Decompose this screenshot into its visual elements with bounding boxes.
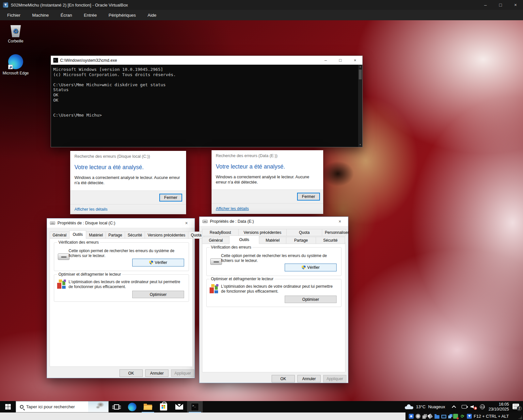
menu-item-fichier[interactable]: Fichier bbox=[3, 11, 25, 20]
scroll-up-icon[interactable]: ▲ bbox=[358, 65, 362, 69]
resize-grip[interactable] bbox=[518, 415, 522, 419]
optimiser-button[interactable]: Optimiser bbox=[285, 296, 337, 303]
tab-versions-precedentes[interactable]: Versions précédentes bbox=[238, 229, 287, 236]
afficher-details-link[interactable]: Afficher les détails bbox=[74, 207, 107, 212]
ok-button[interactable]: OK bbox=[119, 369, 143, 377]
tab-partage[interactable]: Partage bbox=[105, 232, 125, 239]
menu-item-ecran[interactable]: Écran bbox=[56, 11, 77, 20]
meet-now-icon[interactable] bbox=[462, 405, 467, 409]
tab-general[interactable]: Général bbox=[50, 232, 70, 239]
search-input[interactable] bbox=[26, 404, 88, 409]
vbox-statusbar: ⟳ F12 + CTRL + ALT bbox=[0, 412, 523, 420]
vbox-titlebar[interactable]: S02MmeMichu (Instantané 2) [En fonction]… bbox=[0, 0, 523, 10]
drive-icon bbox=[202, 220, 208, 223]
cmd-maximize-button[interactable]: □ bbox=[333, 56, 348, 65]
uac-shield-icon bbox=[149, 261, 153, 265]
start-button[interactable] bbox=[0, 401, 16, 412]
ok-button[interactable]: OK bbox=[272, 375, 295, 382]
volume-muted-icon[interactable] bbox=[470, 405, 476, 409]
scan-result-text: Windows a correctement analysé le lecteu… bbox=[216, 174, 320, 185]
status-display-icon[interactable] bbox=[441, 415, 446, 418]
dialog-close-button[interactable]: × bbox=[335, 217, 345, 226]
outils-tab-page: Vérification des erreurs Cette option pe… bbox=[50, 237, 193, 367]
taskbar-mail-button[interactable] bbox=[171, 401, 187, 412]
cmd-icon: >_ bbox=[53, 58, 58, 63]
vbox-close-button[interactable]: × bbox=[508, 0, 523, 10]
taskbar-store-button[interactable] bbox=[156, 401, 171, 412]
menu-item-machine[interactable]: Machine bbox=[28, 11, 54, 20]
desktop-icon-corbeille[interactable]: ♻ Corbeille bbox=[1, 24, 31, 43]
scan-result-text: Windows a correctement analysé le lecteu… bbox=[74, 175, 182, 186]
status-optical-icon[interactable] bbox=[416, 414, 420, 419]
search-box[interactable] bbox=[16, 401, 109, 412]
taskbar-cmd-button[interactable]: >_ bbox=[187, 401, 203, 412]
taskbar-edge-button[interactable] bbox=[124, 401, 140, 412]
tab-securite[interactable]: Sécurité bbox=[316, 237, 345, 244]
dialog-titlebar[interactable]: Propriétés de : Disque local (C:) × bbox=[47, 218, 195, 228]
group-text: Cette option permet de rechercher les er… bbox=[69, 249, 183, 258]
optimiser-button[interactable]: Optimiser bbox=[132, 291, 184, 298]
menu-item-aide[interactable]: Aide bbox=[143, 11, 161, 20]
cmd-titlebar[interactable]: >_ C:\Windows\system32\cmd.exe – □ × bbox=[51, 56, 362, 65]
tab-materiel[interactable]: Matériel bbox=[86, 232, 106, 239]
properties-dialog-e: Propriétés de : Data (E:) × ReadyBoostVe… bbox=[199, 217, 348, 383]
cmd-taskbar-icon: >_ bbox=[191, 403, 199, 411]
scroll-thumb[interactable] bbox=[359, 70, 362, 79]
cmd-minimize-button[interactable]: – bbox=[318, 56, 333, 65]
cancel-button[interactable]: Annuler bbox=[297, 375, 321, 382]
tab-personnaliser[interactable]: Personnaliser bbox=[322, 229, 346, 236]
cancel-button[interactable]: Annuler bbox=[145, 369, 168, 377]
vbox-minimize-button[interactable]: – bbox=[478, 0, 493, 10]
status-hdd-icon[interactable] bbox=[409, 414, 414, 419]
vbox-maximize-button[interactable]: □ bbox=[493, 0, 508, 10]
status-mouse-icon[interactable] bbox=[467, 414, 472, 419]
vbox-menubar: Fichier Machine Écran Entrée Périphériqu… bbox=[0, 10, 523, 20]
group-text: L'optimisation des lecteurs de votre ord… bbox=[69, 280, 183, 289]
verifier-button[interactable]: Vérifier bbox=[132, 259, 184, 267]
fermer-button[interactable]: Fermer bbox=[159, 194, 182, 202]
hidden-icons-chevron[interactable] bbox=[452, 405, 456, 410]
dialog-title: Propriétés de : Disque local (C:) bbox=[57, 221, 115, 225]
folder-icon bbox=[144, 404, 152, 410]
menu-item-entree[interactable]: Entrée bbox=[79, 11, 102, 20]
tab-general[interactable]: Général bbox=[202, 237, 230, 244]
clock-widget[interactable]: 16:05 23/10/2025 bbox=[488, 402, 509, 412]
status-recording-icon[interactable] bbox=[448, 415, 451, 418]
tab-outils[interactable]: Outils bbox=[69, 230, 87, 239]
notification-center-button[interactable]: 2 bbox=[513, 404, 520, 410]
fermer-button[interactable]: Fermer bbox=[297, 193, 320, 201]
status-features-icon[interactable]: ⟳ bbox=[460, 414, 465, 419]
group-title: Vérification des erreurs bbox=[210, 245, 252, 250]
tab-readyboost[interactable]: ReadyBoost bbox=[202, 229, 239, 236]
tab-materiel[interactable]: Matériel bbox=[259, 237, 286, 244]
dialog-title: Recherche des erreurs (Disque local (C:)… bbox=[74, 154, 150, 159]
network-icon[interactable] bbox=[480, 404, 485, 409]
cmd-close-button[interactable]: × bbox=[348, 56, 362, 65]
afficher-details-link[interactable]: Afficher les détails bbox=[216, 206, 249, 211]
task-view-button[interactable] bbox=[109, 401, 124, 412]
tab-outils[interactable]: Outils bbox=[229, 235, 259, 244]
status-network-icon[interactable] bbox=[453, 414, 458, 419]
tab-versions-precedentes[interactable]: Versions précédentes bbox=[145, 232, 188, 239]
dialog-titlebar[interactable]: Propriétés de : Data (E:) × bbox=[199, 217, 348, 226]
tab-securite[interactable]: Sécurité bbox=[125, 232, 145, 239]
system-tray: 13°C Nuageux 16:05 23/10/2025 2 bbox=[405, 401, 523, 412]
status-audio-icon[interactable] bbox=[422, 415, 426, 419]
verifier-button[interactable]: Vérifier bbox=[285, 264, 337, 271]
scroll-down-icon[interactable]: ▼ bbox=[358, 143, 362, 147]
menu-item-peripheriques[interactable]: Périphériques bbox=[104, 11, 140, 20]
status-usb-icon[interactable] bbox=[427, 413, 433, 419]
tab-quota[interactable]: Quota bbox=[286, 229, 322, 236]
windows-taskbar: >_ 13°C Nuageux 16:05 23/10/2025 2 bbox=[0, 401, 523, 412]
scan-result-heading: Votre lecteur a été analysé. bbox=[216, 163, 285, 170]
console-line bbox=[53, 108, 358, 113]
icon-label: Corbeille bbox=[1, 39, 31, 43]
dialog-close-button[interactable]: × bbox=[182, 218, 191, 228]
taskbar-explorer-button[interactable] bbox=[140, 401, 156, 412]
weather-widget[interactable]: 13°C Nuageux bbox=[405, 404, 445, 409]
cmd-scrollbar[interactable]: ▲ ▼ bbox=[358, 65, 362, 147]
tab-partage[interactable]: Partage bbox=[286, 237, 316, 244]
desktop-icon-edge[interactable]: ↗ Microsoft Edge bbox=[1, 54, 31, 75]
status-shared-folders-icon[interactable] bbox=[435, 415, 439, 419]
console-line bbox=[53, 77, 358, 82]
